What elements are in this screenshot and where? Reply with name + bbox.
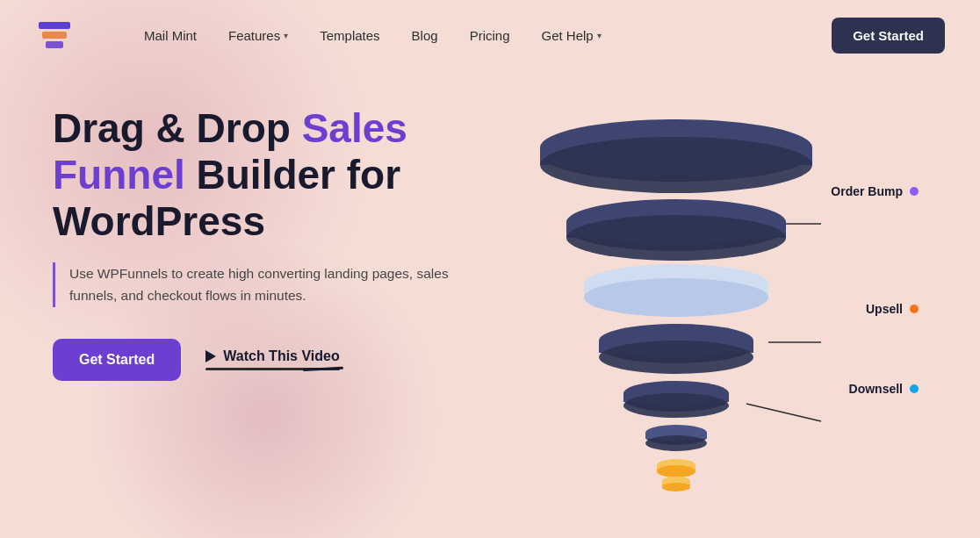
hero-section: Drag & Drop Sales Funnel Builder for Wor… [0,70,980,491]
svg-point-27 [657,465,695,477]
hero-actions: Get Started Watch This Video [53,339,474,381]
svg-point-31 [662,483,690,491]
logo-bar-bot [46,41,63,48]
nav-links: Mail Mint Features ▾ Templates Blog Pric… [144,28,832,43]
nav-get-help[interactable]: Get Help ▾ [541,28,601,43]
upsell-dot [910,305,919,313]
watch-video-link[interactable]: Watch This Video [205,348,339,370]
hero-title: Drag & Drop Sales Funnel Builder for Wor… [53,105,474,245]
hero-description-block: Use WPFunnels to create high converting … [53,262,474,307]
hero-funnel-area: Order Bump Upsell Downsell [474,79,927,491]
navbar: Mail Mint Features ▾ Templates Blog Pric… [0,0,980,70]
features-chevron-icon: ▾ [284,31,288,40]
logo-bar-mid [42,32,67,39]
svg-point-15 [599,341,753,374]
hero-get-started-button[interactable]: Get Started [53,339,181,381]
hero-description: Use WPFunnels to create high converting … [69,262,474,307]
nav-mail-mint[interactable]: Mail Mint [144,28,197,43]
watch-video-text: Watch This Video [205,348,339,364]
svg-line-34 [746,404,821,421]
hero-title-plain1: Drag & Drop [53,105,302,151]
hero-content-left: Drag & Drop Sales Funnel Builder for Wor… [53,97,474,381]
nav-pricing[interactable]: Pricing [470,28,510,43]
logo-bar-top [39,22,70,29]
svg-point-11 [584,278,768,317]
upsell-label: Upsell [866,302,919,316]
play-icon [205,350,216,362]
svg-point-3 [540,137,812,193]
logo[interactable] [35,16,74,54]
order-bump-dot [910,187,919,196]
navbar-get-started-button[interactable]: Get Started [832,18,945,54]
svg-point-7 [566,215,786,261]
downsell-dot [910,384,919,393]
svg-point-23 [645,435,707,451]
logo-icon [35,16,74,54]
watch-video-underline [205,368,339,370]
downsell-label: Downsell [849,382,919,396]
nav-blog[interactable]: Blog [412,28,438,43]
order-bump-label: Order Bump [831,184,919,198]
get-help-chevron-icon: ▾ [597,31,602,40]
funnel-illustration [501,79,852,500]
nav-features[interactable]: Features ▾ [228,28,288,43]
nav-templates[interactable]: Templates [320,28,379,43]
svg-point-19 [623,393,729,418]
